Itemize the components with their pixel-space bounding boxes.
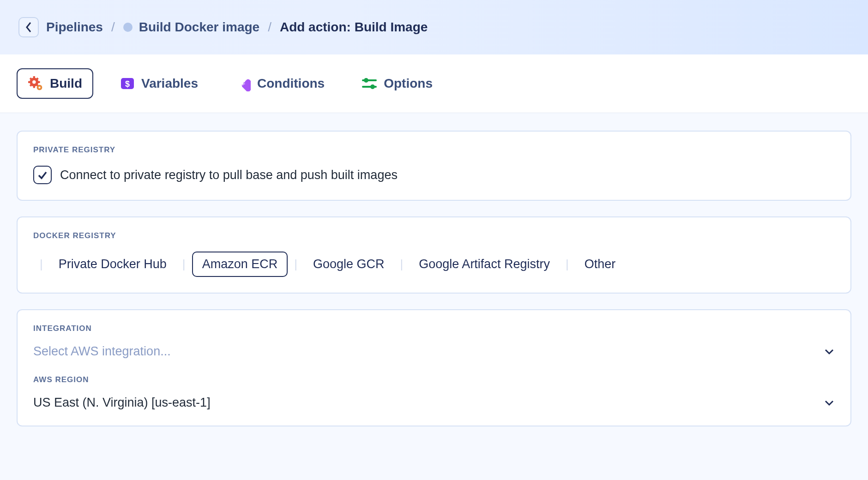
- breadcrumb-separator: /: [111, 20, 115, 35]
- breadcrumb-current: Add action: Build Image: [280, 20, 428, 35]
- docker-registry-panel: DOCKER REGISTRY | Private Docker Hub | A…: [17, 216, 851, 294]
- chevron-down-icon: [824, 346, 835, 357]
- svg-point-19: [370, 84, 375, 89]
- panel-title: AWS REGION: [33, 375, 835, 384]
- svg-text:$: $: [125, 79, 130, 89]
- check-icon: [37, 170, 48, 180]
- registry-option-other[interactable]: Other: [575, 252, 625, 276]
- registry-option-private-docker-hub[interactable]: Private Docker Hub: [49, 252, 176, 276]
- svg-point-11: [38, 86, 40, 88]
- tab-conditions[interactable]: IF Conditions: [225, 69, 335, 98]
- svg-line-8: [36, 78, 38, 79]
- svg-line-7: [30, 84, 31, 86]
- svg-line-5: [30, 78, 31, 79]
- private-registry-checkbox-label: Connect to private registry to pull base…: [60, 168, 398, 182]
- option-separator: |: [176, 257, 192, 271]
- integration-panel: INTEGRATION Select AWS integration... AW…: [17, 309, 851, 426]
- registry-option-amazon-ecr[interactable]: Amazon ECR: [192, 252, 288, 277]
- integration-placeholder: Select AWS integration...: [33, 344, 171, 359]
- gears-icon: [28, 76, 43, 91]
- svg-text:IF: IF: [241, 81, 245, 86]
- panel-title: INTEGRATION: [33, 324, 835, 333]
- private-registry-checkbox-row: Connect to private registry to pull base…: [33, 166, 835, 184]
- private-registry-checkbox[interactable]: [33, 166, 52, 184]
- private-registry-panel: PRIVATE REGISTRY Connect to private regi…: [17, 131, 851, 201]
- integration-select[interactable]: Select AWS integration...: [33, 344, 835, 359]
- aws-region-select[interactable]: US East (N. Virginia) [us-east-1]: [33, 396, 835, 410]
- svg-point-18: [364, 78, 368, 83]
- tab-variables[interactable]: $ Variables: [110, 70, 208, 97]
- tab-build[interactable]: Build: [17, 68, 93, 99]
- chevron-left-icon: [24, 21, 33, 33]
- option-separator: |: [559, 257, 575, 271]
- back-button[interactable]: [18, 17, 39, 37]
- breadcrumb: Pipelines / Build Docker image / Add act…: [46, 20, 428, 35]
- option-separator: |: [394, 257, 410, 271]
- option-separator: |: [33, 257, 49, 271]
- header-bar: Pipelines / Build Docker image / Add act…: [0, 0, 868, 54]
- registry-option-google-gcr[interactable]: Google GCR: [304, 252, 394, 276]
- svg-point-9: [32, 80, 36, 84]
- content-area: PRIVATE REGISTRY Connect to private regi…: [0, 113, 868, 444]
- option-separator: |: [288, 257, 304, 271]
- panel-title: DOCKER REGISTRY: [33, 231, 835, 240]
- tab-label: Build: [50, 76, 82, 91]
- tab-options[interactable]: Options: [351, 70, 443, 97]
- breadcrumb-separator: /: [268, 20, 271, 35]
- tab-label: Conditions: [257, 76, 325, 91]
- registry-option-google-artifact[interactable]: Google Artifact Registry: [410, 252, 559, 276]
- aws-region-value: US East (N. Virginia) [us-east-1]: [33, 396, 211, 410]
- panel-title: PRIVATE REGISTRY: [33, 145, 835, 155]
- tab-label: Options: [384, 76, 433, 91]
- chevron-down-icon: [824, 397, 835, 408]
- condition-diamond-icon: IF: [235, 76, 251, 91]
- breadcrumb-pipelines[interactable]: Pipelines: [46, 20, 103, 35]
- docker-registry-options: | Private Docker Hub | Amazon ECR | Goog…: [33, 252, 835, 277]
- breadcrumb-build-docker[interactable]: Build Docker image: [139, 20, 259, 35]
- tab-label: Variables: [141, 76, 198, 91]
- sliders-icon: [362, 77, 377, 90]
- tabs-bar: Build $ Variables IF Conditions: [0, 54, 868, 113]
- dollar-badge-icon: $: [120, 76, 135, 91]
- status-dot-icon: [123, 23, 133, 32]
